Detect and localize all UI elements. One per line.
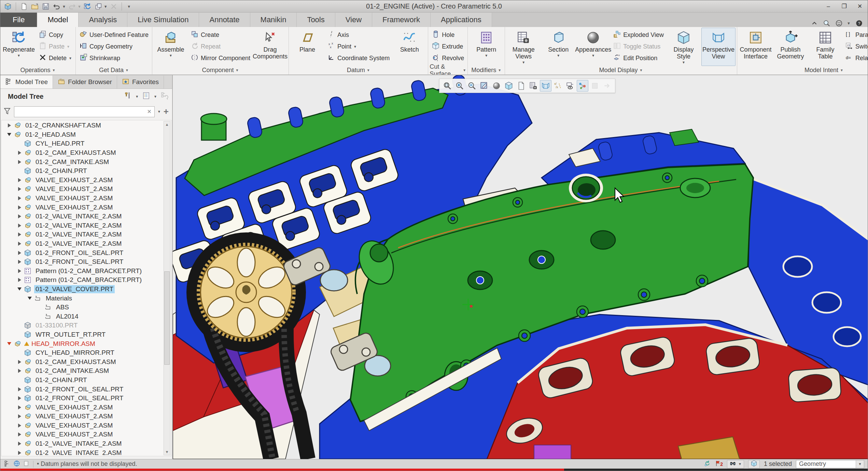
tree-item[interactable]: 01-2_VALVE_INTAKE_2.ASM — [1, 448, 163, 456]
mirror-component-button[interactable]: Mirror Component — [188, 52, 252, 64]
expand-arrow-icon[interactable] — [16, 224, 23, 228]
clear-search-icon[interactable]: ✕ — [144, 108, 154, 115]
refit-icon[interactable] — [442, 80, 453, 92]
datum-display-icon[interactable]: x//x — [552, 80, 564, 92]
tree-item[interactable]: 01-2_FRONT_OIL_SEAL.PRT — [1, 248, 163, 257]
restore-button[interactable]: ❐ — [836, 2, 852, 11]
tree-search-input[interactable] — [14, 108, 144, 115]
tree-item[interactable]: VALVE_EXHAUST_2.ASM — [1, 185, 163, 194]
tree-item[interactable]: ABS — [1, 303, 163, 312]
tree-scrollbar[interactable]: ▲ ▼ — [164, 121, 170, 455]
hole-button[interactable]: Hole — [430, 29, 466, 41]
expand-arrow-icon[interactable] — [5, 342, 13, 345]
group-label-operations[interactable]: Operations▼ — [2, 66, 74, 75]
tree-item[interactable]: CYL_HEAD_MIRROR.PRT — [1, 348, 163, 358]
point-button[interactable]: xxxPoint▼ — [325, 41, 392, 52]
parameters-button[interactable]: [ ]Parameters — [843, 29, 868, 41]
expand-arrow-icon[interactable] — [16, 451, 23, 455]
tree-item[interactable]: Pattern (01-2_CAM_BRACKET.PRT) — [1, 275, 163, 285]
filter-dropdown-icon[interactable]: ▼ — [856, 460, 864, 468]
pattern-button[interactable]: Pattern▼ — [469, 28, 503, 66]
spin-center-icon[interactable] — [577, 80, 588, 92]
panel-toggle-icon[interactable] — [4, 460, 11, 468]
saved-orientations-icon[interactable] — [515, 80, 527, 92]
undo-icon[interactable] — [52, 2, 61, 11]
view-manager-icon[interactable] — [528, 80, 539, 92]
copy-geometry-button[interactable]: Copy Geometry — [77, 41, 151, 52]
expand-arrow-icon[interactable] — [16, 178, 23, 182]
group-label-get-data[interactable]: Get Data▼ — [77, 66, 151, 75]
expand-arrow-icon[interactable] — [16, 360, 23, 364]
save-icon[interactable] — [41, 2, 51, 11]
tree-tools-icon[interactable] — [124, 92, 132, 101]
undo-dropdown-icon[interactable]: ▼ — [62, 4, 66, 9]
tree-item[interactable]: 01-33100.PRT — [1, 321, 163, 330]
panel-tab-favorites[interactable]: Favorites — [117, 76, 164, 89]
video-progress-bar[interactable] — [0, 469, 868, 471]
flag-icon[interactable]: 2 — [715, 460, 723, 468]
open-file-icon[interactable] — [30, 2, 40, 11]
tree-item[interactable]: 01-2_FRONT_OIL_SEAL.PRT — [1, 394, 163, 403]
expand-arrow-icon[interactable] — [16, 214, 23, 218]
customize-qat-icon[interactable]: ▼ — [124, 2, 134, 11]
delete-button[interactable]: Delete▼ — [37, 52, 74, 64]
sketch-button[interactable]: Sketch — [392, 28, 426, 66]
scroll-down-icon[interactable]: ▼ — [164, 449, 170, 455]
regenerate-button[interactable]: Regenerate▼ — [2, 28, 36, 66]
tree-item[interactable]: 01-2_CHAIN.PRT — [1, 166, 163, 176]
shading-icon[interactable] — [491, 80, 502, 92]
search-icon[interactable] — [823, 19, 830, 27]
expand-arrow-icon[interactable] — [16, 160, 23, 164]
expand-arrow-icon[interactable] — [16, 414, 23, 418]
section-button[interactable]: Section▼ — [541, 28, 575, 66]
display-style-button[interactable]: Display Style▼ — [667, 28, 701, 66]
plane-button[interactable]: Plane — [290, 28, 324, 66]
switch-windows-icon[interactable] — [94, 2, 103, 11]
tree-item[interactable]: 01-2_CAM_INTAKE.ASM — [1, 157, 163, 166]
zoom-in-icon[interactable] — [454, 80, 465, 92]
tree-item[interactable]: 01-2_CAM_EXHAUST.ASM — [1, 148, 163, 158]
regenerate-qat-icon[interactable] — [83, 2, 92, 11]
expand-arrow-icon[interactable] — [16, 387, 23, 391]
panel-tab-model-tree[interactable]: Model Tree — [0, 76, 53, 89]
edit-position-button[interactable]: xEdit Position — [611, 52, 666, 64]
close-window-icon[interactable] — [109, 2, 118, 11]
axis-button[interactable]: Axis — [325, 29, 392, 41]
tree-item[interactable]: VALVE_EXHAUST_2.ASM — [1, 194, 163, 203]
feedback-smiley-icon[interactable] — [835, 19, 843, 27]
relations-button[interactable]: d=Relations — [843, 52, 868, 64]
manage-views-button[interactable]: Manage Views▼ — [506, 28, 541, 66]
family-table-button[interactable]: Family Table — [808, 28, 842, 66]
tab-view[interactable]: View — [335, 13, 372, 27]
tree-settings-icon[interactable] — [142, 92, 150, 101]
tree-item[interactable]: VALVE_EXHAUST_2.ASM — [1, 176, 163, 185]
help-icon[interactable]: ? — [855, 19, 863, 27]
display-style-icon[interactable] — [503, 80, 515, 92]
collapse-ribbon-icon[interactable] — [811, 19, 818, 27]
tab-framework[interactable]: Framework — [372, 13, 431, 27]
expand-arrow-icon[interactable] — [16, 196, 23, 200]
tree-item[interactable]: 01-2_HEAD.ASM — [1, 130, 163, 139]
component-interface-button[interactable]: Component Interface — [739, 28, 773, 66]
tree-item[interactable]: VALVE_EXHAUST_2.ASM — [1, 421, 163, 430]
tree-item[interactable]: AL2014 — [1, 312, 163, 321]
expand-arrow-icon[interactable] — [16, 396, 23, 400]
user-defined-feature-button[interactable]: User-Defined Feature — [77, 29, 151, 41]
copy-button[interactable]: Copy — [37, 29, 74, 41]
expand-arrow-icon[interactable] — [16, 287, 23, 291]
expand-arrow-icon[interactable] — [16, 278, 23, 282]
tree-item[interactable]: 01-2_CAM_INTAKE.ASM — [1, 366, 163, 376]
extrude-button[interactable]: Extrude — [430, 41, 466, 52]
repaint-icon[interactable] — [478, 80, 490, 92]
add-filter-button[interactable]: + — [164, 106, 169, 117]
tree-item[interactable]: WTR_OUTLET_RT.PRT — [1, 330, 163, 339]
tree-item[interactable]: 01-2_VALVE_INTAKE_2.ASM — [1, 212, 163, 221]
expand-arrow-icon[interactable] — [16, 205, 23, 210]
expand-arrow-icon[interactable] — [16, 232, 23, 237]
minimize-button[interactable]: – — [821, 2, 836, 11]
scroll-up-icon[interactable]: ▲ — [164, 121, 170, 127]
expand-arrow-icon[interactable] — [16, 405, 23, 409]
tree-item[interactable]: 01-2_VALVE_COVER.PRT — [1, 285, 163, 294]
tree-item[interactable]: CYL_HEAD.PRT — [1, 139, 163, 148]
tree-item[interactable]: VALVE_EXHAUST_2.ASM — [1, 403, 163, 412]
